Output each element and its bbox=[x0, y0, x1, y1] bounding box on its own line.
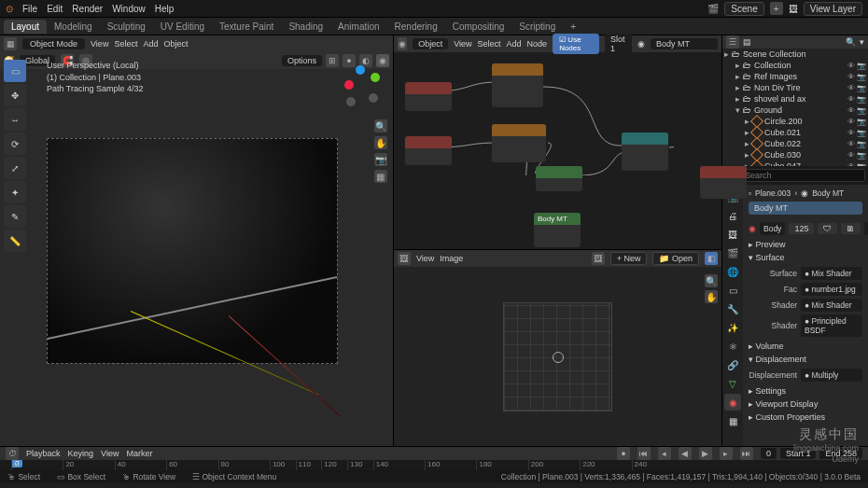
ne-view[interactable]: View bbox=[454, 39, 471, 49]
node-mix2[interactable]: Body MT bbox=[534, 213, 581, 247]
editor-type-icon[interactable]: ◉ bbox=[398, 37, 407, 50]
material-name-field[interactable]: Body bbox=[760, 222, 785, 235]
keyframe-next-icon[interactable]: ▸ bbox=[720, 447, 733, 460]
jump-end-icon[interactable]: ⏭ bbox=[740, 447, 753, 460]
vp-view[interactable]: View bbox=[91, 39, 108, 49]
tool-move[interactable]: ↔ bbox=[4, 108, 26, 131]
node-bsdf[interactable] bbox=[622, 132, 668, 171]
prop-tab-output[interactable]: 🖨 bbox=[724, 207, 741, 224]
ne-add[interactable]: Add bbox=[507, 39, 522, 49]
nav-gizmo[interactable] bbox=[337, 63, 384, 110]
settings-panel[interactable]: ▸ Settings bbox=[749, 384, 862, 397]
prop-tab-particles[interactable]: ✨ bbox=[724, 319, 741, 336]
tool-scale[interactable]: ⤢ bbox=[4, 157, 26, 179]
node-image1[interactable] bbox=[492, 63, 543, 107]
vp-object[interactable]: Object bbox=[163, 39, 188, 49]
ne-node[interactable]: Node bbox=[527, 39, 548, 49]
preview-panel[interactable]: ▸ Preview bbox=[749, 238, 862, 251]
outliner[interactable]: ☰ ▤ 🔍 ▾ ▸🗁Scene Collection ▸🗁Collection👁… bbox=[722, 35, 868, 166]
tool-select[interactable]: ▭ bbox=[4, 60, 26, 82]
use-nodes-toggle[interactable]: ☑ Use Nodes bbox=[553, 34, 599, 54]
custom-props-panel[interactable]: ▸ Custom Properties bbox=[749, 411, 862, 424]
ie-zoom-icon[interactable]: 🔍 bbox=[705, 274, 718, 287]
tab-layout[interactable]: Layout bbox=[4, 20, 47, 34]
surface-panel[interactable]: ▾ Surface bbox=[749, 251, 862, 264]
ne-mode[interactable]: Object bbox=[413, 38, 448, 49]
ie-pan-icon[interactable]: ✋ bbox=[705, 290, 718, 303]
ne-select[interactable]: Select bbox=[478, 39, 501, 49]
editor-type-icon[interactable]: ☰ bbox=[726, 35, 739, 49]
vp-add[interactable]: Add bbox=[143, 39, 158, 49]
outliner-item[interactable]: ▸Cube.030👁📷 bbox=[722, 149, 868, 160]
outliner-item[interactable]: ▸🗁Collection👁📷 bbox=[722, 60, 868, 71]
outliner-item[interactable]: ▸Circle.200👁📷 bbox=[722, 116, 868, 127]
menu-help[interactable]: Help bbox=[155, 4, 175, 14]
material-field[interactable]: Body MT bbox=[651, 38, 718, 49]
material-slot[interactable]: Body MT bbox=[749, 202, 862, 215]
tool-annotate[interactable]: ✎ bbox=[4, 205, 26, 228]
new-image-button[interactable]: + New bbox=[610, 252, 648, 265]
tab-shading[interactable]: Shading bbox=[281, 20, 330, 34]
users-count[interactable]: 125 bbox=[789, 223, 814, 234]
tab-add[interactable]: + bbox=[563, 20, 583, 34]
viewport-display-panel[interactable]: ▸ Viewport Display bbox=[749, 397, 862, 411]
surface-field[interactable]: ● Mix Shader bbox=[801, 267, 862, 280]
outliner-root[interactable]: ▸🗁Scene Collection bbox=[722, 49, 868, 60]
shader2-field[interactable]: ● Principled BSDF bbox=[801, 314, 862, 337]
shader-node-editor[interactable]: ◉ Object View Select Add Node ☑ Use Node… bbox=[394, 35, 721, 249]
menu-render[interactable]: Render bbox=[72, 4, 103, 14]
prop-tab-viewlayer[interactable]: 🖼 bbox=[724, 226, 741, 243]
outliner-item[interactable]: ▸Cube.021👁📷 bbox=[722, 127, 868, 138]
displacement-panel[interactable]: ▾ Displacement bbox=[749, 353, 862, 366]
ie-view[interactable]: View bbox=[416, 254, 434, 263]
outliner-item[interactable]: ▸Cube.022👁📷 bbox=[722, 138, 868, 149]
tl-view[interactable]: View bbox=[101, 449, 119, 458]
node-image2[interactable] bbox=[492, 124, 546, 162]
nodetree-mode[interactable]: Data bbox=[864, 222, 868, 235]
editor-type-icon[interactable]: ⏱ bbox=[6, 447, 19, 460]
display-channels-icon[interactable]: ◧ bbox=[705, 252, 718, 265]
tl-marker[interactable]: Marker bbox=[126, 449, 152, 458]
tool-measure[interactable]: 📏 bbox=[4, 230, 26, 252]
prop-tab-mesh[interactable]: ▽ bbox=[724, 375, 741, 392]
menu-file[interactable]: File bbox=[22, 4, 37, 14]
persp-icon[interactable]: ▦ bbox=[374, 170, 387, 183]
tab-modeling[interactable]: Modeling bbox=[47, 20, 100, 34]
current-frame[interactable]: 0 bbox=[761, 448, 777, 459]
node-texcoord[interactable] bbox=[405, 82, 452, 111]
prop-tab-physics[interactable]: ⚛ bbox=[724, 338, 741, 355]
tool-transform[interactable]: ✦ bbox=[4, 181, 26, 203]
blender-icon[interactable]: ⊙ bbox=[6, 4, 13, 14]
vp-select[interactable]: Select bbox=[114, 39, 137, 49]
tl-playback[interactable]: Playback bbox=[26, 449, 61, 458]
prop-tab-texture[interactable]: ▦ bbox=[724, 412, 741, 429]
play-icon[interactable]: ▶ bbox=[699, 447, 712, 460]
node-mapping[interactable] bbox=[405, 136, 452, 165]
menu-window[interactable]: Window bbox=[112, 4, 146, 14]
tab-rendering[interactable]: Rendering bbox=[387, 20, 445, 34]
pan-icon[interactable]: ✋ bbox=[374, 136, 387, 149]
tab-animation[interactable]: Animation bbox=[330, 20, 386, 34]
outliner-filter-icon[interactable]: ▤ bbox=[743, 37, 751, 47]
tab-uv[interactable]: UV Editing bbox=[153, 20, 212, 34]
image-editor[interactable]: 🖼 View Image 🖼 + New 📁 Open ◧ 🔍 ✋ bbox=[394, 249, 721, 446]
fake-user-icon[interactable]: 🛡 bbox=[818, 223, 837, 234]
outliner-item[interactable]: ▸Cube.047👁📷 bbox=[722, 160, 868, 166]
play-rev-icon[interactable]: ◀ bbox=[679, 447, 692, 460]
outliner-item[interactable]: ▸🗁shovel and ax👁📷 bbox=[722, 93, 868, 105]
open-image-button[interactable]: 📁 Open bbox=[652, 252, 699, 265]
shader1-field[interactable]: ● Mix Shader bbox=[801, 299, 862, 312]
tab-compositing[interactable]: Compositing bbox=[445, 20, 512, 34]
outliner-item[interactable]: ▾🗁Ground👁📷 bbox=[722, 105, 868, 116]
tab-scripting[interactable]: Scripting bbox=[511, 20, 563, 34]
mode-select[interactable]: Object Mode bbox=[22, 38, 85, 49]
outliner-item[interactable]: ▸🗁Ref Images👁📷 bbox=[722, 71, 868, 82]
image-browse-icon[interactable]: 🖼 bbox=[592, 252, 605, 265]
3d-viewport[interactable]: ▦ Object Mode View Select Add Object 🧭 G… bbox=[0, 35, 394, 446]
slot-select[interactable]: Slot 1 bbox=[605, 34, 632, 54]
displacement-field[interactable]: ● Multiply bbox=[801, 369, 862, 382]
camera-icon[interactable]: 📷 bbox=[374, 153, 387, 166]
filter-icon[interactable]: ▾ bbox=[860, 37, 864, 47]
outliner-item[interactable]: ▸🗁Non Div Tire👁📷 bbox=[722, 82, 868, 93]
editor-type-icon[interactable]: 🖼 bbox=[398, 252, 411, 265]
